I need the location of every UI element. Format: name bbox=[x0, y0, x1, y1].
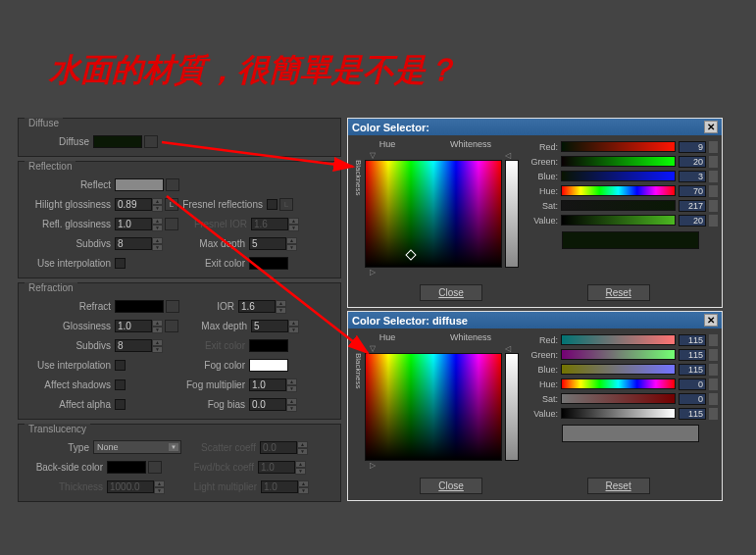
fwdbck-spinner[interactable]: ▲▼ bbox=[258, 461, 306, 474]
thickness-spinner[interactable]: ▲▼ bbox=[107, 480, 165, 493]
whiteness-bar[interactable] bbox=[505, 353, 519, 461]
spinner-arrows[interactable] bbox=[709, 171, 718, 182]
value-value[interactable]: 20 bbox=[679, 215, 706, 227]
refract-swatch[interactable] bbox=[115, 300, 164, 313]
blue-slider[interactable] bbox=[561, 171, 676, 181]
spinner-arrows[interactable] bbox=[709, 200, 718, 212]
fogcolor-swatch[interactable] bbox=[249, 359, 288, 372]
value-label: Value: bbox=[523, 409, 558, 419]
exit-swatch[interactable] bbox=[249, 257, 288, 270]
green-value[interactable]: 115 bbox=[679, 349, 706, 361]
close-button[interactable]: Close bbox=[420, 478, 482, 494]
blue-value[interactable]: 3 bbox=[679, 171, 706, 182]
close-button[interactable]: Close bbox=[420, 284, 482, 301]
backside-map-box[interactable] bbox=[148, 461, 162, 474]
spinner-arrows[interactable] bbox=[709, 393, 718, 405]
backside-swatch[interactable] bbox=[107, 461, 146, 474]
maxdepth-spinner[interactable]: ▲▼ bbox=[249, 237, 297, 250]
sat-value[interactable]: 0 bbox=[679, 393, 706, 405]
spinner-arrows[interactable] bbox=[709, 185, 718, 197]
hue-value[interactable]: 0 bbox=[679, 378, 706, 390]
spinner-arrows[interactable] bbox=[709, 156, 718, 168]
hue-field[interactable] bbox=[365, 160, 502, 268]
red-value[interactable]: 9 bbox=[679, 141, 706, 153]
spinner-arrows[interactable] bbox=[709, 215, 718, 227]
green-label: Green: bbox=[523, 350, 558, 360]
hue-slider[interactable] bbox=[561, 185, 676, 196]
spinner-arrows[interactable] bbox=[709, 141, 718, 153]
l-box[interactable]: L bbox=[165, 198, 178, 211]
gloss-label: Glossiness bbox=[25, 321, 115, 331]
value-value[interactable]: 115 bbox=[679, 408, 706, 420]
spinner-arrows[interactable] bbox=[709, 334, 718, 346]
maxdepth-spinner[interactable]: ▲▼ bbox=[251, 320, 299, 332]
refract-map-box[interactable] bbox=[166, 300, 179, 313]
scatter-spinner[interactable]: ▲▼ bbox=[260, 441, 308, 454]
fogbias-spinner[interactable]: ▲▼ bbox=[249, 398, 297, 411]
hue-slider[interactable] bbox=[561, 378, 676, 389]
close-icon[interactable]: ✕ bbox=[704, 314, 718, 327]
hue-label: Hue: bbox=[523, 379, 558, 389]
reflect-map-box[interactable] bbox=[166, 178, 179, 191]
exitcolor-swatch[interactable] bbox=[249, 339, 288, 352]
triangle-down-icon: ▽ bbox=[370, 344, 376, 353]
shadows-checkbox[interactable] bbox=[115, 379, 126, 390]
alpha-checkbox[interactable] bbox=[115, 399, 126, 410]
hilight-spinner[interactable]: ▲▼ bbox=[115, 198, 163, 211]
red-slider[interactable] bbox=[561, 334, 676, 345]
fogmult-spinner[interactable]: ▲▼ bbox=[249, 378, 297, 391]
hue-label: Hue bbox=[379, 332, 396, 342]
triangle-right-icon: ▷ bbox=[370, 461, 376, 470]
value-slider[interactable] bbox=[561, 215, 676, 226]
lightmult-spinner[interactable]: ▲▼ bbox=[261, 480, 309, 493]
color-selector-2: Color Selector: diffuse ✕ HueWhiteness ▽… bbox=[347, 311, 723, 501]
gloss-spinner[interactable]: ▲▼ bbox=[115, 320, 163, 332]
red-value[interactable]: 115 bbox=[679, 334, 706, 346]
maxdepth-label: Max depth bbox=[163, 238, 249, 249]
red-slider[interactable] bbox=[561, 141, 676, 152]
subdivs-spinner[interactable]: ▲▼ bbox=[115, 339, 163, 352]
translucency-group: Translucency Type None Scatter coeff ▲▼ … bbox=[18, 424, 341, 502]
fresnel-ior-spinner[interactable]: ▲▼ bbox=[251, 218, 299, 230]
interp-checkbox[interactable] bbox=[115, 360, 126, 371]
fresnel-checkbox[interactable] bbox=[267, 199, 277, 210]
spinner-arrows[interactable] bbox=[709, 408, 718, 420]
hue-field[interactable] bbox=[365, 353, 502, 461]
group-title: Reflection bbox=[25, 161, 76, 172]
hue-value[interactable]: 70 bbox=[679, 185, 706, 197]
sat-value[interactable]: 217 bbox=[679, 200, 706, 212]
spinner-arrows[interactable] bbox=[709, 364, 718, 376]
spinner-arrows[interactable] bbox=[709, 378, 718, 390]
blue-slider[interactable] bbox=[561, 364, 676, 375]
refl-gloss-spinner[interactable]: ▲▼ bbox=[115, 218, 163, 230]
type-select[interactable]: None bbox=[93, 440, 181, 454]
refl-gloss-map-box[interactable] bbox=[165, 218, 178, 230]
sat-slider[interactable] bbox=[561, 393, 676, 404]
interp-checkbox[interactable] bbox=[115, 258, 126, 269]
ior-spinner[interactable]: ▲▼ bbox=[238, 300, 286, 313]
diffuse-swatch[interactable] bbox=[93, 135, 142, 148]
whiteness-bar[interactable] bbox=[505, 160, 519, 268]
window-titlebar[interactable]: Color Selector: diffuse ✕ bbox=[348, 312, 722, 328]
hue-label: Hue: bbox=[523, 186, 558, 196]
subdivs-spinner[interactable]: ▲▼ bbox=[115, 237, 163, 250]
gloss-map-box[interactable] bbox=[165, 320, 178, 332]
triangle-left-icon: ◁ bbox=[505, 344, 511, 353]
close-icon[interactable]: ✕ bbox=[704, 121, 718, 133]
hue-label: Hue bbox=[379, 139, 396, 149]
spinner-arrows[interactable] bbox=[709, 349, 718, 361]
green-slider[interactable] bbox=[561, 156, 676, 167]
blue-value[interactable]: 115 bbox=[679, 364, 706, 376]
sat-slider[interactable] bbox=[561, 200, 676, 211]
reflect-swatch[interactable] bbox=[115, 178, 164, 191]
green-value[interactable]: 20 bbox=[679, 156, 706, 168]
value-slider[interactable] bbox=[561, 408, 676, 419]
green-slider[interactable] bbox=[561, 349, 676, 360]
reset-button[interactable]: Reset bbox=[587, 284, 650, 301]
window-titlebar[interactable]: Color Selector: ✕ bbox=[348, 119, 722, 135]
interp-label: Use interpolation bbox=[25, 258, 115, 269]
group-title: Translucency bbox=[25, 424, 90, 434]
fresnel-l-box[interactable]: L bbox=[279, 198, 293, 211]
reset-button[interactable]: Reset bbox=[587, 478, 650, 494]
diffuse-map-box[interactable] bbox=[144, 135, 158, 148]
